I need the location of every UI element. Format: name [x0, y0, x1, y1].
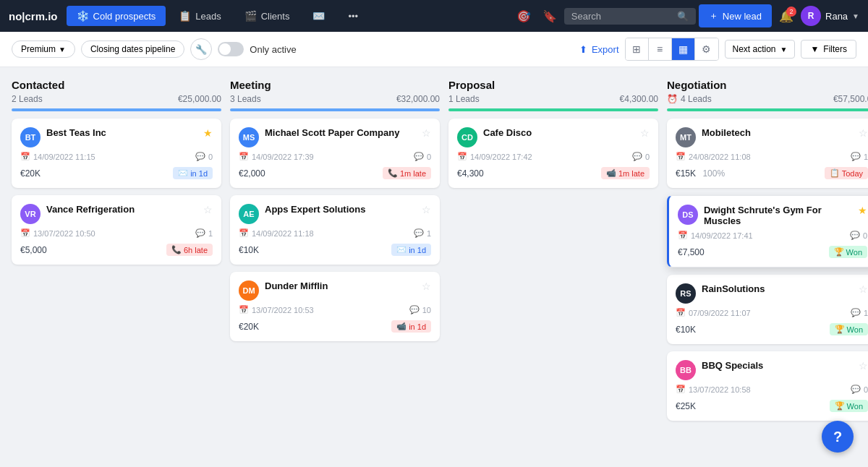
card-bbq-specials-star: ☆	[859, 360, 868, 372]
wrench-icon-btn[interactable]: 🔧	[190, 38, 212, 60]
card-michael-scott-amount: €2,000	[239, 168, 265, 179]
card-bbq-specials-badge: 🏆 Won	[830, 400, 868, 412]
card-apps-expert[interactable]: AE Apps Expert Solutions ☆ 📅 14/09/2022 …	[230, 195, 440, 265]
card-bbq-specials-amount: €25K	[676, 401, 696, 411]
user-name: Rana	[825, 11, 848, 22]
card-bbq-specials-header: BB BBQ Specials ☆	[676, 360, 868, 380]
card-dunder-mifflin[interactable]: DM Dunder Mifflin ☆ 📅 13/07/2022 10:53 💬…	[230, 272, 440, 341]
user-menu[interactable]: R Rana ▼	[801, 6, 859, 26]
card-vance-badge: 📞 6h late	[166, 244, 213, 256]
new-lead-button[interactable]: ＋ New lead	[699, 4, 772, 27]
pipeline-button[interactable]: Closing dates pipeline	[81, 40, 184, 58]
logo: no|crm.io	[9, 10, 58, 22]
bookmark-icon-btn[interactable]: 🔖	[538, 5, 561, 27]
card-apps-expert-badge: ✉️ in 1d	[391, 244, 431, 256]
card-bbq-specials-date: 📅 13/07/2022 10:58 💬 0	[676, 385, 868, 394]
search-input[interactable]	[571, 11, 673, 22]
view-buttons: ⊞ ≡ ▦ ⚙	[625, 38, 719, 61]
card-dunder-mifflin-star: ☆	[422, 280, 431, 292]
settings-view-btn[interactable]: ⚙	[695, 38, 718, 60]
column-proposal-title: Proposal	[448, 79, 658, 91]
column-negotiation: Negotiation ⏰ 4 Leads €57,500.00 MT Mobi…	[667, 79, 868, 458]
comment-icon: 💬	[632, 152, 642, 161]
card-michael-scott[interactable]: MS Michael Scott Paper Company ☆ 📅 14/09…	[230, 119, 440, 188]
column-meeting-title: Meeting	[230, 79, 440, 91]
card-rain-solutions-star: ☆	[859, 283, 868, 295]
card-mobiletech-footer: €15K 100% 📋 Today	[676, 167, 868, 179]
clients-icon: 🎬	[244, 10, 257, 22]
card-cafe-disco-star: ☆	[640, 127, 650, 139]
card-cafe-disco-footer: €4,300 📹 1m late	[457, 167, 650, 179]
card-mobiletech-star: ☆	[859, 127, 868, 139]
card-rain-solutions[interactable]: RS RainSolutions ☆ 📅 07/09/2022 11:07 💬 …	[667, 275, 868, 344]
comment-icon: 💬	[850, 231, 860, 240]
column-proposal: Proposal 1 Leads €4,300.00 CD Cafe Disco…	[448, 79, 658, 458]
calendar-icon: 📅	[239, 228, 249, 238]
card-michael-scott-footer: €2,000 📞 1m late	[239, 167, 431, 179]
nav-tab-more[interactable]: •••	[338, 7, 368, 26]
column-negotiation-amount: €57,500.00	[833, 94, 868, 104]
card-best-teas-footer: €20K ✉️ in 1d	[20, 167, 213, 179]
trophy-icon-btn[interactable]: 🎯	[512, 5, 535, 27]
card-cafe-disco-avatar: CD	[457, 127, 477, 147]
column-proposal-header: Proposal 1 Leads €4,300.00	[448, 79, 658, 111]
cold-prospects-label: Cold prospects	[93, 11, 156, 22]
help-button[interactable]: ?	[822, 421, 854, 453]
premium-button[interactable]: Premium ▼	[12, 40, 75, 58]
premium-label: Premium	[21, 44, 56, 54]
card-vance[interactable]: VR Vance Refrigeration ☆ 📅 13/07/2022 10…	[12, 195, 221, 265]
card-best-teas[interactable]: BT Best Teas Inc ★ 📅 14/09/2022 11:15 💬 …	[12, 119, 221, 188]
column-meeting-count: 3 Leads	[230, 94, 261, 104]
notification-badge: 2	[786, 7, 796, 17]
card-best-teas-header: BT Best Teas Inc ★	[20, 127, 213, 147]
card-apps-expert-footer: €10K ✉️ in 1d	[239, 244, 431, 256]
column-negotiation-title: Negotiation	[667, 79, 868, 91]
card-vance-avatar: VR	[20, 204, 41, 224]
column-meeting-amount: €32,000.00	[396, 94, 440, 104]
card-bbq-specials-avatar: BB	[676, 360, 696, 380]
card-rain-solutions-footer: €10K 🏆 Won	[676, 323, 868, 335]
card-dwight-gym-amount: €7,500	[678, 247, 705, 257]
card-dwight-gym[interactable]: DS Dwight Schrute's Gym For Muscles ★ 📅 …	[667, 195, 868, 267]
list-view-btn[interactable]: ≡	[649, 38, 672, 60]
card-apps-expert-date: 📅 14/09/2022 11:18 💬 1	[239, 228, 431, 238]
column-negotiation-count: 4 Leads	[681, 94, 712, 104]
card-mobiletech-date: 📅 24/08/2022 11:08 💬 1	[676, 152, 868, 161]
card-michael-scott-date: 📅 14/09/2022 17:39 💬 0	[239, 152, 431, 161]
card-vance-amount: €5,000	[20, 245, 47, 255]
card-rain-solutions-amount: €10K	[676, 325, 696, 335]
card-bbq-specials-name: BBQ Specials	[702, 360, 859, 371]
card-bbq-specials[interactable]: BB BBQ Specials ☆ 📅 13/07/2022 10:58 💬 0…	[667, 351, 868, 421]
column-negotiation-meta: ⏰ 4 Leads €57,500.00	[667, 94, 868, 104]
nav-tab-cold-prospects[interactable]: ❄️ Cold prospects	[67, 6, 166, 26]
search-box: 🔍	[564, 8, 696, 25]
column-meeting: Meeting 3 Leads €32,000.00 MS Michael Sc…	[230, 79, 440, 458]
card-vance-star: ☆	[203, 204, 213, 215]
kanban-view-btn[interactable]: ▦	[672, 38, 695, 60]
card-mobiletech-amount: €15K 100%	[676, 168, 725, 179]
nav-tab-leads[interactable]: 📋 Leads	[169, 6, 231, 26]
pipeline-label: Closing dates pipeline	[90, 44, 175, 54]
notification-btn[interactable]: 🔔 2	[775, 5, 798, 27]
grid-view-btn[interactable]: ⊞	[626, 38, 649, 60]
card-dunder-mifflin-date: 📅 13/07/2022 10:53 💬 10	[239, 305, 431, 314]
nav-tab-clients[interactable]: 🎬 Clients	[234, 6, 300, 26]
column-contacted-header: Contacted 2 Leads €25,000.00	[12, 79, 221, 111]
toolbar: Premium ▼ Closing dates pipeline 🔧 Only …	[0, 32, 868, 67]
nav-tab-email[interactable]: ✉️	[302, 6, 335, 26]
comment-icon: 💬	[195, 152, 205, 161]
comment-icon: 💬	[409, 305, 420, 314]
card-dunder-mifflin-footer: €20K 📹 in 1d	[239, 320, 431, 333]
card-cafe-disco[interactable]: CD Cafe Disco ☆ 📅 14/09/2022 17:42 💬 0 €…	[448, 119, 658, 188]
card-mobiletech[interactable]: MT Mobiletech ☆ 📅 24/08/2022 11:08 💬 1 €…	[667, 119, 868, 188]
filter-icon: ▼	[810, 44, 819, 54]
filters-button[interactable]: ▼ Filters	[801, 40, 856, 59]
column-contacted-meta: 2 Leads €25,000.00	[12, 94, 221, 104]
card-cafe-disco-date: 📅 14/09/2022 17:42 💬 0	[457, 152, 650, 161]
next-action-button[interactable]: Next action ▼	[725, 40, 796, 59]
calendar-icon: 📅	[239, 305, 249, 314]
only-active-toggle[interactable]	[218, 42, 244, 56]
export-button[interactable]: ⬆ Export	[579, 44, 619, 55]
export-icon: ⬆	[579, 44, 587, 55]
comment-icon: 💬	[851, 385, 861, 394]
